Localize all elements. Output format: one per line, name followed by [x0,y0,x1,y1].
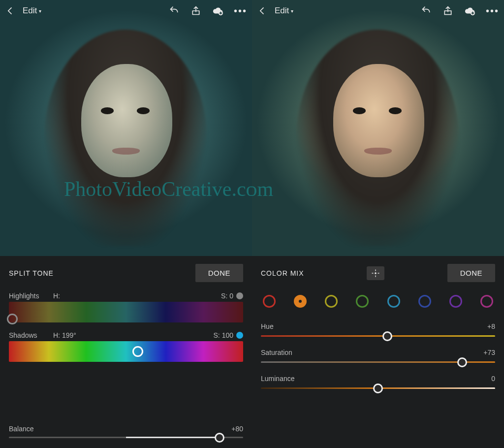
swatch-purple[interactable] [449,295,462,308]
luminance-value: 0 [491,375,495,383]
cloud-add-icon[interactable] [464,5,475,16]
back-icon[interactable] [5,5,16,16]
hue-slider[interactable] [261,335,495,337]
cloud-add-icon[interactable] [212,5,223,16]
highlights-hue-handle[interactable] [7,314,18,324]
shadows-swatch [236,332,243,339]
saturation-knob[interactable] [457,357,467,367]
swatch-magenta[interactable] [480,295,493,308]
topbar: Edit ▾ ••• [252,0,504,22]
caret-down-icon: ▾ [39,8,41,14]
svg-point-4 [375,272,377,274]
luminance-label: Luminance [261,375,295,383]
caret-down-icon: ▾ [291,8,293,14]
panel-title: COLOR MIX [261,269,304,277]
swatch-red[interactable] [263,295,276,308]
left-pane: Edit ▾ ••• PhotoVideoCreative.com SPLIT … [0,0,252,448]
panel-title: SPLIT TONE [9,269,54,277]
swatch-aqua[interactable] [387,295,400,308]
split-tone-panel: SPLIT TONE DONE Highlights H: S: 0 Shado… [0,256,252,448]
saturation-slider[interactable] [261,361,495,363]
shadows-hue-handle[interactable] [132,346,143,357]
shadows-row: Shadows H: 199° S: 100 [9,331,243,339]
saturation-value: +73 [483,349,495,356]
share-icon[interactable] [442,5,453,16]
highlights-row: Highlights H: S: 0 [9,292,243,300]
undo-icon[interactable] [421,5,432,16]
photo-preview[interactable]: PhotoVideoCreative.com [252,0,504,256]
balance-knob[interactable] [215,433,224,443]
saturation-label: Saturation [261,349,292,356]
edit-dropdown[interactable]: Edit ▾ [275,6,293,16]
highlights-label: Highlights [9,292,53,300]
swatch-green[interactable] [356,295,369,308]
highlights-swatch [236,292,243,299]
edit-label-text: Edit [275,6,289,16]
luminance-slider[interactable] [261,387,495,389]
back-icon[interactable] [257,5,268,16]
right-pane: Edit ▾ ••• PhotoVideoCreative.com COLOR … [252,0,504,448]
balance-slider[interactable] [9,437,243,438]
highlights-hue-bar[interactable] [9,302,243,322]
more-icon[interactable]: ••• [234,5,247,17]
edit-dropdown[interactable]: Edit ▾ [23,6,41,16]
balance-value: +80 [231,425,243,433]
swatch-blue[interactable] [418,295,431,308]
share-icon[interactable] [190,5,201,16]
balance-label: Balance [9,425,34,433]
edit-label-text: Edit [23,6,37,16]
hue-knob[interactable] [382,331,392,341]
swatch-yellow[interactable] [325,295,338,308]
color-mix-panel: COLOR MIX DONE Hue +8 Saturation +73 [252,256,504,448]
undo-icon[interactable] [169,5,180,16]
hue-value: +8 [487,322,495,330]
luminance-knob[interactable] [373,384,383,393]
shadows-hue-bar[interactable] [9,341,243,362]
topbar: Edit ▾ ••• [0,0,252,22]
color-swatches [261,295,495,308]
target-adjust-button[interactable] [367,266,384,280]
swatch-orange[interactable] [294,295,307,308]
hue-label: Hue [261,322,274,330]
shadows-label: Shadows [9,331,53,339]
done-button[interactable]: DONE [447,264,495,282]
more-icon[interactable]: ••• [486,5,499,17]
photo-preview[interactable]: PhotoVideoCreative.com [0,0,252,256]
done-button[interactable]: DONE [195,264,243,282]
